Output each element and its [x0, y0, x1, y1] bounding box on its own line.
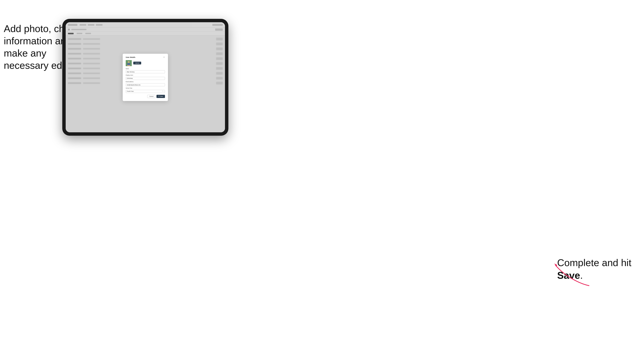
name-label: Name	[126, 68, 165, 69]
select-icons: × ⌄	[162, 90, 164, 92]
display-name-input[interactable]	[126, 77, 165, 80]
save-label: Save	[160, 96, 163, 97]
save-button[interactable]: ⬆ Save	[156, 95, 165, 98]
school-year-select-wrapper: × ⌄	[126, 89, 165, 93]
email-label: Email address	[126, 81, 165, 82]
tablet-screen: User details ×	[66, 22, 225, 132]
modal-overlay: User details ×	[66, 22, 225, 132]
modal-header: User details ×	[126, 56, 165, 58]
app-background: User details ×	[66, 22, 225, 132]
photo-area: Upload	[126, 60, 165, 66]
cancel-button[interactable]: Cancel	[147, 95, 156, 98]
tablet-device: User details ×	[62, 19, 228, 136]
modal-title: User details	[126, 56, 135, 58]
user-photo-thumbnail	[126, 60, 132, 66]
school-year-form-group: School Year × ⌄	[126, 87, 165, 93]
modal-footer: Cancel ⬆ Save	[126, 95, 165, 98]
display-name-form-group: Display name	[126, 74, 165, 80]
close-button[interactable]: ×	[163, 56, 165, 58]
photo-image	[126, 60, 132, 66]
display-name-label: Display name	[126, 74, 165, 76]
name-form-group: Name	[126, 68, 165, 73]
clear-select-icon[interactable]: ×	[162, 90, 163, 92]
school-year-label: School Year	[126, 87, 165, 89]
svg-rect-5	[127, 63, 130, 65]
arrow-right-indicator	[554, 261, 591, 290]
upload-photo-button[interactable]: Upload	[133, 62, 141, 64]
name-input[interactable]	[126, 70, 165, 73]
save-icon: ⬆	[158, 96, 160, 97]
school-year-select[interactable]	[126, 90, 165, 93]
chevron-down-icon: ⌄	[164, 90, 164, 92]
user-details-modal: User details ×	[123, 54, 168, 101]
email-input[interactable]	[126, 83, 165, 86]
svg-point-3	[128, 61, 130, 63]
email-form-group: Email address	[126, 81, 165, 86]
